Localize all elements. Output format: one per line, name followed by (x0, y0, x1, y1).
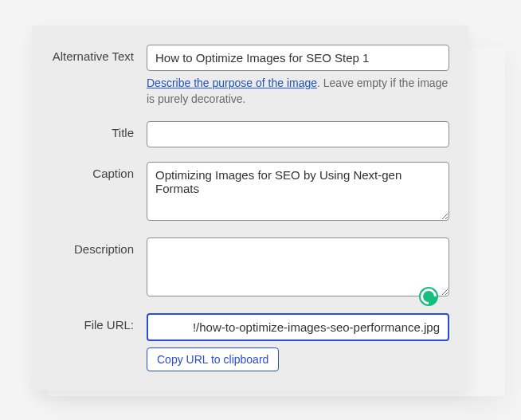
file-url-input[interactable] (147, 313, 449, 341)
alt-text-hint-link[interactable]: Describe the purpose of the image (147, 77, 317, 89)
grammarly-icon[interactable] (419, 287, 438, 306)
description-label: Description (51, 237, 147, 256)
copy-url-button[interactable]: Copy URL to clipboard (147, 347, 279, 371)
alt-text-input[interactable] (147, 45, 449, 71)
title-input[interactable] (147, 121, 449, 147)
caption-textarea[interactable] (147, 162, 449, 221)
description-textarea[interactable] (147, 237, 449, 296)
title-label: Title (51, 121, 147, 139)
attachment-details-panel: Alternative Text Describe the purpose of… (32, 26, 468, 391)
file-url-label: File URL: (51, 313, 147, 332)
alt-text-hint: Describe the purpose of the image. Leave… (147, 76, 449, 107)
alt-text-label: Alternative Text (51, 45, 147, 63)
caption-label: Caption (51, 162, 147, 180)
